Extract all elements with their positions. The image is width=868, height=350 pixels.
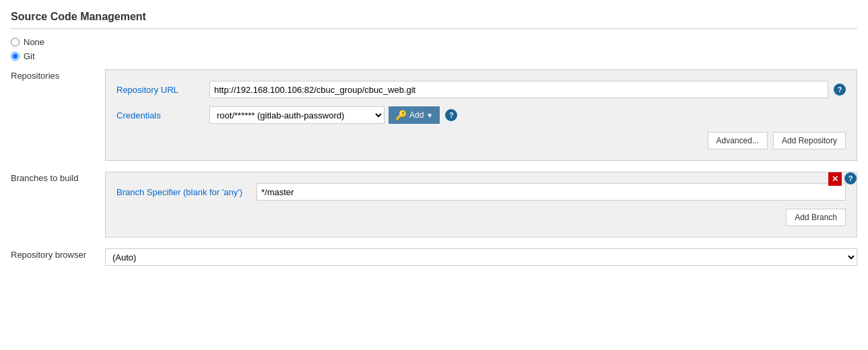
branches-help-icon[interactable]: ? [844,172,857,184]
branches-section: Branches to build ✕ ? Branch Specifier (… [11,172,857,238]
branches-content: ✕ ? Branch Specifier (blank for 'any') A… [105,172,857,238]
scm-radio-group: None Git [11,37,857,61]
branches-label: Branches to build [11,172,105,183]
radio-git-label[interactable]: Git [24,51,35,61]
advanced-button[interactable]: Advanced... [708,132,768,149]
key-icon: 🔑 [395,110,407,120]
branch-specifier-input[interactable] [257,183,846,201]
credentials-row: Credentials root/****** (gitlab-auth-pas… [116,106,846,124]
radio-row-git: Git [11,51,857,61]
repositories-label: Repositories [11,69,105,81]
repository-browser-label: Repository browser [11,248,105,260]
radio-row-none: None [11,37,857,47]
credentials-select[interactable]: root/****** (gitlab-auth-password) [209,106,385,124]
add-repository-button[interactable]: Add Repository [773,132,846,149]
radio-none[interactable] [11,38,20,46]
branch-specifier-label: Branch Specifier (blank for 'any') [116,187,251,197]
repositories-buttons: Advanced... Add Repository [116,132,846,149]
branch-specifier-row: Branch Specifier (blank for 'any') [116,183,846,201]
repository-browser-section: Repository browser (Auto) [11,248,857,266]
caret-icon: ▼ [426,112,433,119]
repository-url-help-icon[interactable]: ? [834,83,846,96]
add-credentials-label: Add [409,110,424,120]
repository-browser-select[interactable]: (Auto) [105,248,857,266]
radio-none-label[interactable]: None [24,37,44,47]
add-branch-button[interactable]: Add Branch [786,209,846,226]
page-title: Source Code Management [11,11,857,29]
repository-url-label: Repository URL [116,85,204,95]
credentials-controls: root/****** (gitlab-auth-password) 🔑 Add… [209,106,440,124]
branches-buttons: Add Branch [116,209,846,226]
repository-url-input[interactable] [209,81,828,98]
repositories-content: Repository URL ? Credentials root/******… [105,69,857,161]
radio-git[interactable] [11,52,20,61]
delete-branch-button[interactable]: ✕ [828,172,842,186]
credentials-help-icon[interactable]: ? [445,109,457,121]
credentials-label: Credentials [116,110,204,120]
repository-url-row: Repository URL ? [116,81,846,98]
add-credentials-button[interactable]: 🔑 Add ▼ [389,106,440,124]
repositories-section: Repositories Repository URL ? Credential… [11,69,857,161]
